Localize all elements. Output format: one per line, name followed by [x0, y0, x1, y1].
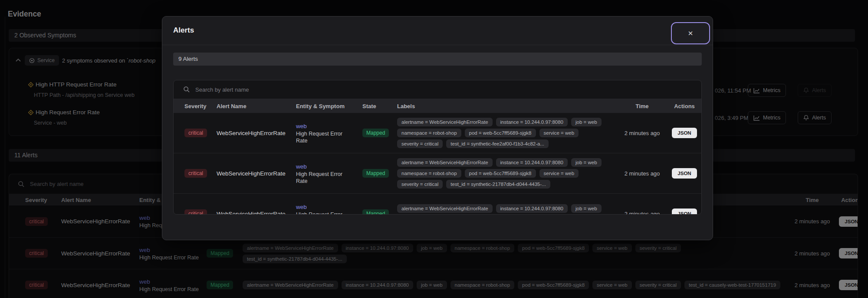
entity-link[interactable]: web	[296, 122, 362, 130]
label-chip: instance = 10.244.0.97:8080	[496, 118, 568, 126]
actions-cell: JSON	[667, 168, 702, 179]
symptom-label: High Request Error Rate	[296, 130, 352, 144]
column-header: Severity	[184, 103, 217, 109]
entity-symptom-cell: webHigh Request Error Rate	[296, 203, 362, 215]
labels-cell: alertname = WebServiceHighErrorRateinsta…	[397, 158, 617, 189]
label-chip: service = web	[539, 169, 579, 178]
state-cell: Mapped	[362, 209, 397, 215]
label-chip: pod = web-5cc7ff5689-sjgk8	[465, 129, 536, 137]
label-chip: alertname = WebServiceHighErrorRate	[397, 204, 493, 213]
severity-badge: critical	[184, 129, 207, 137]
label-chip: severity = critical	[397, 180, 443, 189]
alert-time: 2 minutes ago	[617, 170, 667, 177]
close-button[interactable]: ✕	[671, 22, 710, 44]
modal-title: Alerts	[173, 26, 194, 35]
entity-symptom-cell: webHigh Request Error Rate	[296, 122, 362, 144]
column-header: Alert Name	[217, 103, 296, 109]
severity-cell: critical	[184, 169, 217, 178]
state-badge: Mapped	[362, 169, 389, 178]
alert-row: criticalWebServiceHighErrorRatewebHigh R…	[174, 194, 701, 215]
label-chip: namespace = robot-shop	[397, 129, 461, 137]
label-chip-line: severity = criticaltest_id = synthetic-2…	[397, 180, 617, 189]
label-chip: namespace = robot-shop	[397, 169, 461, 178]
severity-cell: critical	[184, 129, 217, 137]
column-header: Actions	[667, 103, 702, 109]
symptom-label: High Request Error Rate	[296, 171, 352, 185]
json-button[interactable]: JSON	[672, 168, 697, 179]
labels-cell: alertname = WebServiceHighErrorRateinsta…	[397, 204, 617, 215]
state-badge: Mapped	[362, 209, 389, 215]
alert-name: WebServiceHighErrorRate	[217, 211, 296, 215]
app-window: Evidence 2 Observed Symptoms Service 2 s…	[0, 0, 868, 298]
severity-cell: critical	[184, 209, 217, 215]
severity-badge: critical	[184, 169, 207, 178]
label-chip: pod = web-5cc7ff5689-sjgk8	[465, 169, 536, 178]
entity-symptom-cell: webHigh Request Error Rate	[296, 162, 362, 185]
table-body: criticalWebServiceHighErrorRatewebHigh R…	[174, 113, 701, 215]
label-chip-line: alertname = WebServiceHighErrorRateinsta…	[397, 204, 617, 213]
label-chip: test_id = synthetic-21787db4-d044-4435-.…	[446, 180, 550, 189]
json-button[interactable]: JSON	[672, 209, 697, 215]
json-button[interactable]: JSON	[672, 128, 697, 138]
label-chip: instance = 10.244.0.97:8080	[496, 204, 568, 213]
close-icon: ✕	[688, 30, 694, 37]
severity-badge: critical	[184, 209, 207, 215]
alert-row: criticalWebServiceHighErrorRatewebHigh R…	[174, 153, 701, 194]
modal-alerts-table: SeverityAlert NameEntity & SymptomStateL…	[173, 80, 702, 215]
alert-row: criticalWebServiceHighErrorRatewebHigh R…	[174, 113, 701, 153]
label-chip-line: severity = criticaltest_id = synthetic-f…	[397, 139, 617, 148]
symptom-label: High Request Error Rate	[296, 211, 352, 215]
state-cell: Mapped	[362, 169, 397, 178]
label-chip-line: namespace = robot-shoppod = web-5cc7ff56…	[397, 169, 617, 178]
entity-link[interactable]: web	[296, 203, 362, 211]
label-chip-line: alertname = WebServiceHighErrorRateinsta…	[397, 118, 617, 126]
label-chip-line: namespace = robot-shoppod = web-5cc7ff56…	[397, 129, 617, 137]
entity-link[interactable]: web	[296, 162, 362, 171]
alert-name: WebServiceHighErrorRate	[217, 130, 296, 136]
modal-alerts-count-bar: 9 Alerts	[173, 53, 702, 66]
label-chip: service = web	[539, 129, 579, 137]
state-cell: Mapped	[362, 129, 397, 137]
column-header: State	[362, 103, 397, 109]
alert-name: WebServiceHighErrorRate	[217, 170, 296, 177]
actions-cell: JSON	[667, 209, 702, 215]
alert-time: 2 minutes ago	[617, 211, 667, 215]
label-chip: job = web	[571, 204, 602, 213]
label-chip: test_id = synthetic-fee2af00-f1b3-4c82-a…	[446, 139, 549, 148]
label-chip-line: alertname = WebServiceHighErrorRateinsta…	[397, 158, 617, 167]
search-input[interactable]	[195, 86, 701, 93]
labels-cell: alertname = WebServiceHighErrorRateinsta…	[397, 118, 617, 148]
modal-header: Alerts ✕	[162, 17, 713, 45]
label-chip: job = web	[571, 118, 602, 126]
column-header: Entity & Symptom	[296, 103, 362, 109]
label-chip: job = web	[571, 158, 602, 167]
alerts-modal: Alerts ✕ 9 Alerts SeverityAlert NameEnti…	[162, 16, 713, 240]
column-header: Time	[617, 103, 667, 109]
column-header: Labels	[397, 103, 617, 109]
actions-cell: JSON	[667, 128, 702, 138]
table-header-row: SeverityAlert NameEntity & SymptomStateL…	[174, 99, 701, 113]
modal-alerts-search	[174, 80, 701, 99]
label-chip: alertname = WebServiceHighErrorRate	[397, 158, 493, 167]
state-badge: Mapped	[362, 129, 389, 137]
alert-time: 2 minutes ago	[617, 130, 667, 136]
search-icon	[183, 86, 190, 93]
label-chip: severity = critical	[397, 139, 443, 148]
label-chip: instance = 10.244.0.97:8080	[496, 158, 568, 167]
label-chip: alertname = WebServiceHighErrorRate	[397, 118, 493, 126]
